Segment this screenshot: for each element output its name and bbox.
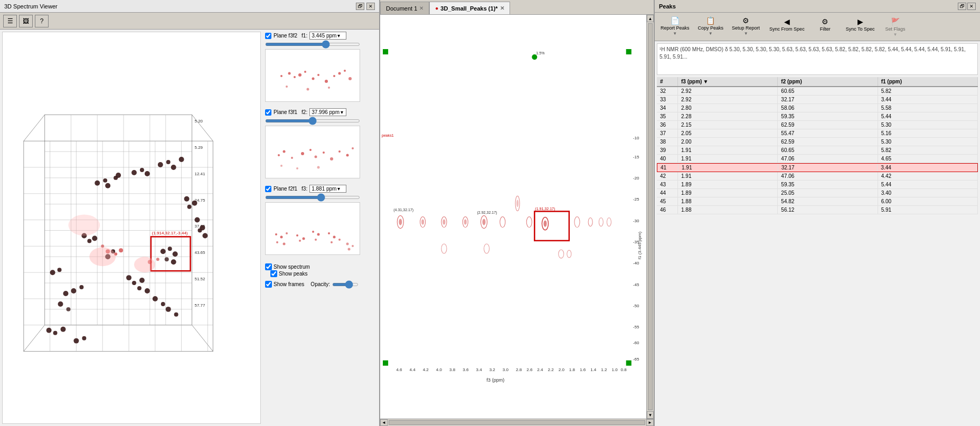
svg-point-109	[288, 72, 291, 75]
table-row[interactable]: 36 2.15 62.59 5.30	[657, 121, 978, 129]
svg-point-204	[421, 220, 424, 225]
table-row[interactable]: 39 1.91 60.65 5.82	[657, 146, 978, 155]
td-f3: 2.92	[678, 96, 778, 103]
svg-point-99	[161, 249, 166, 254]
sync-to-spec-button[interactable]: ▶ Sync To Spec	[842, 16, 879, 39]
scroll-right-button[interactable]: ►	[646, 419, 654, 426]
copy-peaks-button[interactable]: 📋 Copy Peaks ▼	[694, 15, 728, 39]
th-num[interactable]: #	[657, 77, 678, 86]
show-spectrum-checkbox[interactable]	[265, 263, 272, 270]
td-f3: 2.80	[678, 104, 778, 112]
table-row[interactable]: 43 1.89 59.35 5.44	[657, 181, 978, 189]
table-row[interactable]: 45 1.88 54.82 6.00	[657, 197, 978, 206]
table-row[interactable]: 34 2.80 58.06 5.58	[657, 104, 978, 112]
table-row[interactable]: 33 2.92 32.17 3.44	[657, 96, 978, 104]
td-f2: 62.59	[778, 138, 878, 146]
svg-point-88	[82, 336, 86, 340]
svg-point-58	[145, 171, 150, 176]
svg-point-47	[71, 288, 76, 294]
svg-point-122	[328, 87, 330, 89]
svg-text:-30: -30	[633, 219, 639, 223]
image-button[interactable]: 🖼	[19, 15, 33, 27]
svg-point-143	[283, 243, 286, 245]
svg-point-216	[543, 221, 546, 227]
plane-f3f2-slider[interactable]	[265, 43, 360, 46]
plane-f2f1-section: Plane f2f1 f3: 1.881 ppm ▾	[265, 185, 377, 258]
svg-point-72	[92, 235, 97, 241]
peaks-text-area: ¹H NMR (600 MHz, DMSO) δ 5.30, 5.30, 5.3…	[657, 43, 978, 75]
svg-point-111	[298, 73, 301, 77]
scroll-left-button[interactable]: ◄	[380, 419, 388, 426]
show-frames-checkbox[interactable]	[265, 281, 272, 288]
setup-report-button[interactable]: ⚙ Setup Report ▼	[728, 15, 764, 39]
td-f3: 2.05	[678, 129, 778, 137]
plane-f2f1-value[interactable]: 1.881 ppm ▾	[309, 185, 346, 193]
svg-point-59	[158, 162, 163, 167]
opacity-slider[interactable]	[332, 283, 359, 286]
td-f3: 1.91	[678, 146, 778, 154]
svg-point-114	[317, 74, 319, 76]
table-row[interactable]: 40 1.91 47.06 4.65	[657, 155, 978, 163]
th-f2[interactable]: f2 (ppm)	[778, 77, 878, 86]
svg-rect-157	[380, 46, 646, 387]
plane-f2f1-checkbox[interactable]	[265, 186, 271, 192]
set-flags-button[interactable]: 🚩 Set Flags ▼	[880, 16, 911, 39]
plane-f3f1-slider[interactable]	[265, 119, 360, 122]
table-row[interactable]: 38 2.00 62.59 5.30	[657, 138, 978, 146]
plane-f3f1-value[interactable]: 37.996 ppm ▾	[309, 108, 346, 116]
peaks-close-button[interactable]: ✕	[967, 3, 976, 10]
svg-point-148	[317, 233, 320, 236]
svg-point-93	[119, 248, 123, 252]
table-row[interactable]: 35 2.28 59.35 5.44	[657, 112, 978, 121]
tab-document1[interactable]: Document 1 ✕	[380, 2, 429, 14]
th-f1[interactable]: f1 (ppm)	[878, 77, 978, 86]
show-peaks-checkbox[interactable]	[270, 270, 277, 277]
svg-point-100	[168, 247, 172, 251]
svg-point-64	[187, 205, 192, 209]
plane-f3f2-value[interactable]: 3.445 ppm ▾	[309, 32, 346, 40]
sync-from-spec-button[interactable]: ◀ Sync From Spec	[766, 16, 808, 39]
td-f2: 32.17	[778, 164, 878, 172]
td-f2: 60.65	[778, 146, 878, 154]
plane-f3f2-checkbox[interactable]	[265, 33, 271, 39]
plane-f3f1-checkbox[interactable]	[265, 109, 271, 116]
td-f1: 3.44	[878, 164, 977, 172]
restore-button[interactable]: 🗗	[356, 3, 364, 10]
scroll-down-button[interactable]: ▼	[647, 411, 654, 419]
report-peaks-button[interactable]: 📄 Report Peaks ▼	[657, 15, 693, 39]
svg-text:51.52: 51.52	[195, 277, 205, 281]
svg-rect-107	[266, 50, 360, 102]
filter-button[interactable]: ⚙ Filter	[809, 16, 841, 39]
svg-point-49	[58, 301, 63, 307]
hamburger-menu-button[interactable]: ☰	[3, 15, 17, 27]
svg-text:1.0: 1.0	[611, 367, 618, 372]
tab-3d-small-peaks-close[interactable]: ✕	[500, 5, 504, 11]
3d-viewer[interactable]: 5.20 5.29 12.41 24.75 37.05 43.65 51.52 …	[2, 32, 261, 424]
svg-text:5.20: 5.20	[195, 119, 203, 124]
spectrum-canvas[interactable]: -10 -15 -20 -25 -30 -35 -40 -45 -50 -55 …	[380, 15, 646, 419]
left-title-bar: 3D Spectrum Viewer 🗗 ✕	[0, 0, 379, 13]
svg-text:-60: -60	[633, 340, 639, 345]
peaks-restore-button[interactable]: 🗗	[958, 3, 966, 10]
svg-text:4.6: 4.6	[396, 367, 402, 372]
close-left-button[interactable]: ✕	[366, 3, 375, 10]
table-row[interactable]: 41 1.91 32.17 3.44	[657, 163, 978, 172]
svg-point-53	[105, 183, 110, 188]
td-num: 38	[657, 138, 678, 146]
th-f3[interactable]: f3 (ppm) ▼	[678, 77, 778, 86]
scroll-up-button[interactable]: ▲	[647, 15, 654, 22]
table-row[interactable]: 37 2.05 55.47 5.16	[657, 129, 978, 138]
plane-f2f1-slider[interactable]	[265, 196, 360, 199]
svg-point-71	[87, 239, 91, 243]
svg-point-83	[174, 313, 178, 317]
tab-document1-close[interactable]: ✕	[419, 5, 423, 11]
table-row[interactable]: 46 1.88 56.12 5.91	[657, 206, 978, 214]
table-row[interactable]: 44 1.89 25.05 3.40	[657, 189, 978, 197]
help-button[interactable]: ?	[35, 15, 49, 27]
h-scroll-thumb[interactable]	[389, 420, 645, 425]
td-num: 41	[657, 164, 679, 172]
tab-3d-small-peaks[interactable]: ● 3D_Small_Peaks (1)* ✕	[429, 2, 510, 14]
table-row[interactable]: 42 1.91 47.06 4.42	[657, 172, 978, 181]
scroll-thumb[interactable]	[648, 23, 653, 410]
table-row[interactable]: 32 2.92 60.65 5.82	[657, 87, 978, 96]
